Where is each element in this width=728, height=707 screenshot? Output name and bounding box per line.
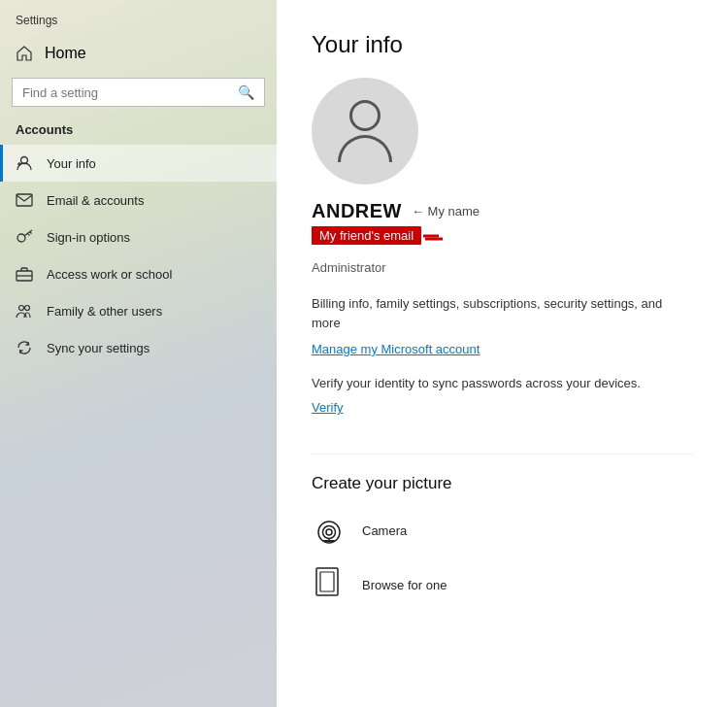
family-icon: [16, 302, 33, 320]
home-icon: [16, 45, 33, 62]
home-label: Home: [45, 45, 86, 62]
email-highlight-badge: My friend's email: [312, 226, 421, 245]
avatar-head: [349, 100, 381, 131]
avatar-person: [338, 100, 392, 162]
main-content: Your info ANDREW ← My name My friend's e…: [277, 0, 728, 707]
svg-point-4: [17, 234, 25, 242]
sidebar-item-sync[interactable]: Sync your settings: [0, 329, 277, 366]
avatar-body: [338, 135, 392, 162]
svg-rect-15: [320, 572, 334, 591]
create-picture-heading: Create your picture: [312, 474, 693, 493]
user-name-row: ANDREW ← My name: [312, 200, 693, 222]
browse-option[interactable]: Browse for one: [312, 567, 693, 602]
sidebar-item-your-info[interactable]: Your info: [0, 145, 277, 182]
sidebar-item-label: Your info: [47, 156, 96, 171]
my-name-label: ← My name: [412, 204, 480, 219]
sidebar-item-label: Sync your settings: [47, 341, 149, 355]
accounts-heading: Accounts: [0, 118, 277, 145]
camera-icon: [312, 513, 347, 548]
page-title: Your info: [312, 31, 693, 58]
user-role: Administrator: [312, 260, 693, 275]
sidebar-item-label: Email & accounts: [47, 193, 144, 208]
search-box[interactable]: 🔍: [12, 78, 265, 107]
manage-account-link[interactable]: Manage my Microsoft account: [312, 342, 480, 356]
sidebar-item-family[interactable]: Family & other users: [0, 292, 277, 329]
user-name: ANDREW: [312, 200, 402, 222]
key-icon: [16, 228, 33, 246]
svg-point-8: [25, 306, 30, 311]
person-icon: [16, 154, 33, 172]
svg-point-11: [326, 529, 332, 535]
browse-icon: [312, 567, 347, 602]
section-divider: [312, 454, 693, 454]
svg-point-10: [323, 526, 336, 539]
sidebar-item-email-accounts[interactable]: Email & accounts: [0, 182, 277, 219]
browse-label: Browse for one: [362, 578, 447, 592]
billing-info-text: Billing info, family settings, subscript…: [312, 294, 680, 332]
sidebar-item-sign-in[interactable]: Sign-in options: [0, 219, 277, 255]
sidebar-item-label: Sign-in options: [47, 230, 130, 245]
sync-icon: [16, 339, 33, 356]
sidebar: Settings Home 🔍 Accounts Your info: [0, 0, 277, 707]
sidebar-item-label: Family & other users: [47, 304, 162, 319]
email-icon: [16, 191, 33, 209]
svg-rect-3: [17, 194, 32, 206]
briefcase-icon: [16, 265, 33, 283]
sidebar-item-label: Access work or school: [47, 267, 172, 282]
camera-option[interactable]: Camera: [312, 513, 693, 548]
svg-point-7: [19, 306, 24, 311]
sidebar-item-access-work[interactable]: Access work or school: [0, 255, 277, 292]
camera-label: Camera: [362, 523, 407, 538]
verify-text: Verify your identity to sync passwords a…: [312, 376, 680, 390]
search-icon: 🔍: [238, 84, 254, 100]
svg-rect-13: [323, 540, 335, 542]
home-nav-item[interactable]: Home: [0, 35, 277, 72]
search-input[interactable]: [22, 85, 232, 100]
app-title: Settings: [0, 0, 277, 35]
avatar: [312, 78, 418, 185]
verify-link[interactable]: Verify: [312, 400, 344, 415]
